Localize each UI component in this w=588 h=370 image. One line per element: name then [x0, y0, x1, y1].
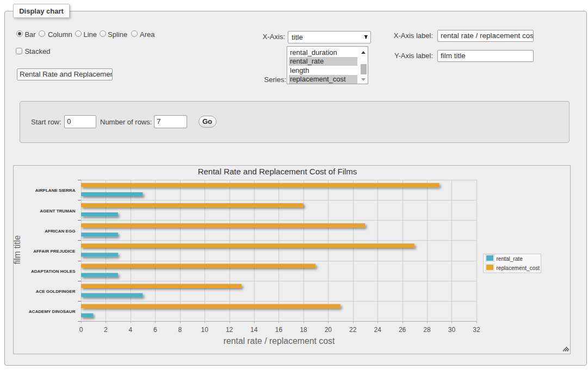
- svg-text:ADAPTATION HOLES: ADAPTATION HOLES: [31, 269, 76, 274]
- svg-text:18: 18: [300, 326, 307, 334]
- svg-text:30: 30: [448, 326, 456, 334]
- svg-text:rental_rate: rental_rate: [497, 256, 523, 262]
- svg-text:10: 10: [201, 326, 208, 334]
- svg-text:28: 28: [423, 326, 431, 334]
- svg-text:rental rate / replacement cost: rental rate / replacement cost: [224, 336, 335, 346]
- svg-text:AGENT TRUMAN: AGENT TRUMAN: [40, 209, 75, 214]
- svg-text:8: 8: [178, 326, 182, 334]
- svg-text:14: 14: [250, 326, 258, 334]
- svg-text:AFFAIR PREJUDICE: AFFAIR PREJUDICE: [33, 249, 76, 254]
- svg-text:replacement_cost: replacement_cost: [497, 265, 540, 271]
- svg-text:ACADEMY DINOSAUR: ACADEMY DINOSAUR: [29, 309, 76, 314]
- svg-text:ACE GOLDFINGER: ACE GOLDFINGER: [36, 289, 76, 294]
- svg-text:20: 20: [325, 326, 332, 334]
- svg-text:film title: film title: [13, 235, 22, 265]
- svg-text:0: 0: [79, 326, 83, 334]
- svg-text:4: 4: [129, 326, 133, 334]
- svg-text:24: 24: [374, 326, 382, 334]
- svg-text:32: 32: [473, 326, 480, 334]
- svg-text:26: 26: [399, 326, 406, 334]
- svg-text:Rental Rate and Replacement Co: Rental Rate and Replacement Cost of Film…: [198, 167, 357, 176]
- svg-text:12: 12: [226, 326, 233, 334]
- svg-text:22: 22: [349, 326, 357, 334]
- svg-text:AFRICAN EGG: AFRICAN EGG: [45, 229, 75, 234]
- svg-text:6: 6: [153, 326, 157, 334]
- svg-text:AIRPLANE SIERRA: AIRPLANE SIERRA: [35, 188, 76, 193]
- svg-text:2: 2: [104, 326, 108, 334]
- svg-text:16: 16: [275, 326, 283, 334]
